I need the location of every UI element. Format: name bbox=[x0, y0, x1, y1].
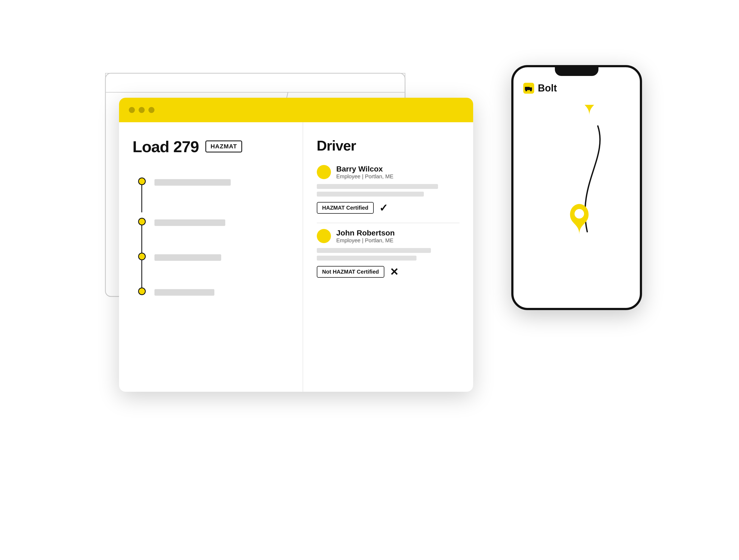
driver-bar-1b bbox=[317, 192, 424, 197]
browser-dot-3 bbox=[148, 107, 154, 113]
timeline-bar-3a bbox=[154, 254, 221, 261]
scene: Load 279 HAZMAT bbox=[97, 49, 642, 512]
driver-avatar-1 bbox=[317, 165, 331, 179]
driver-info-row-2: John Robertson Employee | Portlan, ME bbox=[317, 229, 459, 244]
timeline-connector-2 bbox=[141, 225, 142, 253]
timeline-row-3 bbox=[138, 253, 289, 288]
timeline-bar-4a bbox=[154, 289, 214, 296]
map-pin-bottom bbox=[570, 204, 588, 234]
browser-titlebar bbox=[119, 98, 473, 122]
phone-map-area bbox=[523, 105, 630, 290]
hazmat-certified-badge-1: HAZMAT Certified bbox=[317, 202, 374, 214]
timeline-connector-1 bbox=[141, 185, 142, 212]
timeline-row-1 bbox=[138, 172, 289, 218]
timeline-dot-3 bbox=[138, 253, 146, 260]
driver-bar-1a bbox=[317, 184, 438, 189]
phone-map-svg bbox=[523, 105, 630, 290]
timeline-dot-2 bbox=[138, 218, 146, 225]
timeline-bar-2a bbox=[154, 219, 225, 226]
svg-rect-9 bbox=[525, 87, 530, 90]
driver-card-1: Barry Wilcox Employee | Portlan, ME HAZM… bbox=[317, 165, 459, 214]
driver-card-2: John Robertson Employee | Portlan, ME No… bbox=[317, 229, 459, 278]
driver-divider bbox=[317, 223, 459, 223]
hazmat-badge: HAZMAT bbox=[205, 141, 242, 153]
left-panel: Load 279 HAZMAT bbox=[119, 122, 303, 392]
phone-notch bbox=[555, 67, 598, 76]
timeline-dot-4 bbox=[138, 288, 146, 295]
map-pin-top bbox=[580, 105, 598, 116]
driver-bar-2b bbox=[317, 256, 417, 260]
browser-dot-2 bbox=[139, 107, 145, 113]
browser-window: Load 279 HAZMAT bbox=[119, 98, 473, 392]
bolt-logo-icon bbox=[523, 83, 534, 94]
timeline-bar-1a bbox=[154, 179, 231, 186]
bolt-logo-text: Bolt bbox=[538, 82, 557, 94]
driver-bar-2a bbox=[317, 248, 431, 253]
svg-rect-1 bbox=[106, 73, 405, 92]
timeline-connector-3 bbox=[141, 260, 142, 288]
x-icon-2: ✕ bbox=[390, 266, 399, 278]
driver-name-2: John Robertson bbox=[336, 229, 395, 237]
browser-body: Load 279 HAZMAT bbox=[119, 122, 473, 392]
driver-name-1: Barry Wilcox bbox=[336, 165, 394, 173]
timeline-row-4 bbox=[138, 288, 289, 296]
driver-info-row-1: Barry Wilcox Employee | Portlan, ME bbox=[317, 165, 459, 180]
driver-section-title: Driver bbox=[317, 138, 459, 154]
phone-mockup: Bolt bbox=[511, 65, 642, 310]
right-panel: Driver Barry Wilcox Employee | Portlan, … bbox=[303, 122, 473, 392]
load-title: Load 279 bbox=[133, 138, 199, 156]
driver-avatar-2 bbox=[317, 229, 331, 243]
driver-meta-2: Employee | Portlan, ME bbox=[336, 237, 395, 244]
phone-header: Bolt bbox=[523, 82, 630, 94]
load-title-row: Load 279 HAZMAT bbox=[133, 138, 289, 156]
hazmat-status-row-2: Not HAZMAT Certified ✕ bbox=[317, 266, 459, 278]
not-hazmat-certified-badge-2: Not HAZMAT Certified bbox=[317, 266, 385, 278]
timeline-dot-1 bbox=[138, 178, 146, 185]
timeline-row-2 bbox=[138, 218, 289, 253]
svg-point-13 bbox=[575, 209, 584, 218]
driver-meta-1: Employee | Portlan, ME bbox=[336, 173, 394, 180]
timeline bbox=[133, 172, 289, 296]
hazmat-status-row-1: HAZMAT Certified ✓ bbox=[317, 202, 459, 214]
check-icon-1: ✓ bbox=[379, 202, 388, 214]
phone-content: Bolt bbox=[513, 76, 640, 297]
browser-dot-1 bbox=[129, 107, 135, 113]
